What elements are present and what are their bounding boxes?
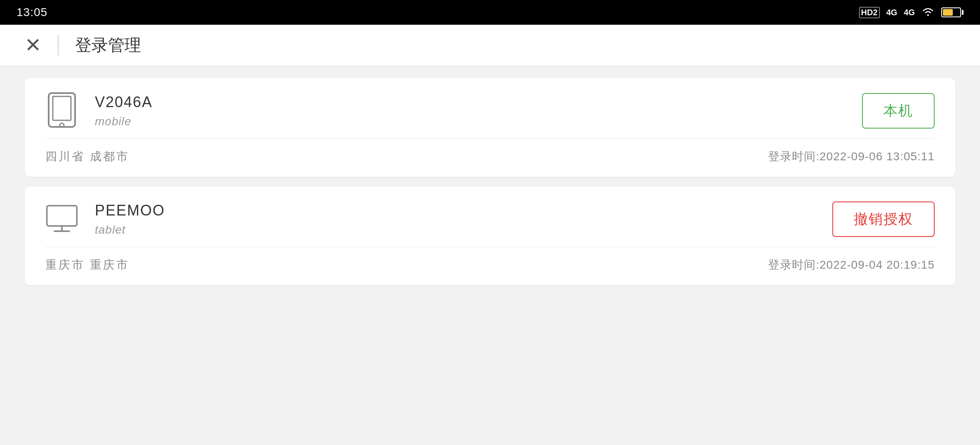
page-title: 登录管理 <box>75 34 141 56</box>
svg-point-3 <box>60 123 64 127</box>
mobile-device-icon <box>45 94 78 127</box>
device-name-2: PEEMOO <box>95 202 165 219</box>
revoke-button-2[interactable]: 撤销授权 <box>832 201 935 237</box>
device-info-1: V2046A mobile <box>95 94 153 128</box>
card-bottom-1: 四川省 成都市 登录时间:2022-09-06 13:05:11 <box>45 139 935 177</box>
card-top-1: V2046A mobile 本机 <box>45 78 935 138</box>
battery-icon <box>941 7 964 17</box>
device-type-1: mobile <box>95 115 153 128</box>
header-divider <box>58 35 59 56</box>
signal-4g-icon-1: 4G <box>886 8 898 17</box>
close-button[interactable]: ✕ <box>25 35 41 55</box>
current-device-button-1[interactable]: 本机 <box>862 93 935 129</box>
svg-point-0 <box>927 14 929 16</box>
desktop-device-icon <box>45 203 78 236</box>
device-left-1: V2046A mobile <box>45 94 153 128</box>
status-icons: HD2 4G 4G <box>859 7 964 18</box>
content-area: V2046A mobile 本机 四川省 成都市 登录时间:2022-09-06… <box>0 66 980 297</box>
device-left-2: PEEMOO tablet <box>45 202 165 237</box>
device-type-2: tablet <box>95 223 165 237</box>
device-name-1: V2046A <box>95 94 153 111</box>
hd2-icon: HD2 <box>859 7 880 18</box>
page-header: ✕ 登录管理 <box>0 25 980 66</box>
device-info-2: PEEMOO tablet <box>95 202 165 237</box>
location-1: 四川省 成都市 <box>45 149 130 164</box>
device-card-1: V2046A mobile 本机 四川省 成都市 登录时间:2022-09-06… <box>25 78 955 177</box>
card-bottom-2: 重庆市 重庆市 登录时间:2022-09-04 20:19:15 <box>45 247 935 285</box>
status-time: 13:05 <box>16 6 47 19</box>
svg-rect-4 <box>47 206 77 226</box>
login-time-2: 登录时间:2022-09-04 20:19:15 <box>768 257 935 273</box>
svg-rect-2 <box>53 96 71 120</box>
location-2: 重庆市 重庆市 <box>45 257 130 273</box>
wifi-icon <box>921 7 935 17</box>
device-card-2: PEEMOO tablet 撤销授权 重庆市 重庆市 登录时间:2022-09-… <box>25 187 955 285</box>
card-top-2: PEEMOO tablet 撤销授权 <box>45 187 935 247</box>
status-bar: 13:05 HD2 4G 4G <box>0 0 980 25</box>
login-time-1: 登录时间:2022-09-06 13:05:11 <box>768 149 935 164</box>
signal-4g-icon-2: 4G <box>904 8 915 17</box>
